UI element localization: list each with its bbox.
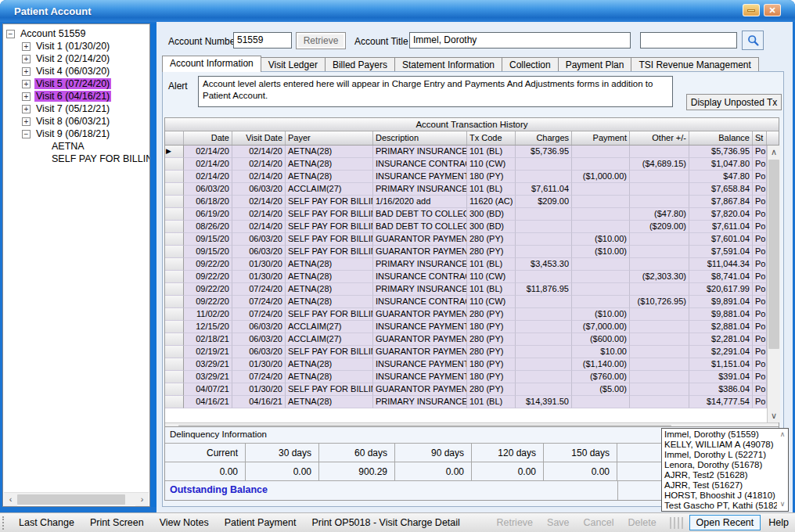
table-vertical-scrollbar[interactable]: ∧ ∨	[767, 146, 780, 422]
help-button[interactable]: Help	[765, 517, 795, 528]
column-header-Payer[interactable]: Payer	[286, 131, 373, 145]
close-button[interactable]: ✕	[764, 4, 781, 16]
open-recent-button[interactable]: Open Recent	[689, 515, 761, 530]
display-unposted-tx-button[interactable]: Display Unposted Tx	[686, 94, 782, 110]
scroll-down-icon[interactable]: ∨	[768, 409, 780, 422]
toolbar-item-print-screen[interactable]: Print Screen	[82, 517, 152, 528]
table-row[interactable]: 09/22/2001/30/20AETNA(28)PRIMARY INSURAN…	[165, 258, 767, 271]
tree-item-account-51559[interactable]: −Account 51559	[6, 27, 149, 40]
tree-item-self-pay-for-billing[interactable]: SELF PAY FOR BILLING	[6, 153, 149, 165]
retrieve-button[interactable]: Retrieve	[296, 32, 346, 49]
table-row[interactable]: 08/26/2002/14/20SELF PAY FOR BILLING(BAD…	[165, 221, 767, 233]
search-icon	[746, 34, 760, 47]
table-row[interactable]: 09/15/2006/03/20SELF PAY FOR BILLING(GUA…	[165, 233, 767, 246]
table-row[interactable]: 03/29/2101/30/20AETNA(28)INSURANCE PAYME…	[165, 358, 767, 371]
toolbar-item-view-notes[interactable]: View Notes	[152, 517, 217, 528]
column-header-Payment[interactable]: Payment	[572, 131, 630, 145]
account-number-input[interactable]: 51559	[233, 32, 292, 49]
scroll-up-icon[interactable]: ∧	[768, 146, 780, 159]
column-header-selector[interactable]	[165, 131, 184, 145]
tree-item-visit-7-05-12-21-[interactable]: +Visit 7 (05/12/21)	[6, 102, 149, 115]
expand-icon[interactable]: +	[22, 117, 31, 126]
tree-item-aetna[interactable]: AETNA	[6, 140, 149, 153]
recent-account-item[interactable]: HORST, Bhooshit J (41810)	[664, 491, 777, 501]
expand-icon[interactable]: +	[22, 92, 31, 101]
outstanding-balance-link[interactable]: Outstanding Balance	[165, 481, 617, 500]
alert-textarea[interactable]: Account level alerts entered here will a…	[198, 76, 673, 107]
tree-item-visit-4-06-03-20-[interactable]: +Visit 4 (06/03/20)	[6, 65, 149, 77]
table-vscroll-thumb[interactable]	[768, 160, 779, 349]
expand-icon[interactable]: +	[22, 67, 31, 76]
column-header-Balance[interactable]: Balance	[689, 131, 753, 145]
table-row[interactable]: 03/29/2107/24/20AETNA(28)INSURANCE PAYME…	[165, 371, 767, 383]
table-row[interactable]: 04/07/2101/30/20SELF PAY FOR BILLING(GUA…	[165, 383, 767, 396]
scroll-left-icon[interactable]: ‹	[4, 493, 17, 506]
recent-account-item[interactable]: Immel, Dorothy L (52271)	[664, 450, 777, 460]
table-cell: SELF PAY FOR BILLING(	[286, 196, 373, 208]
table-row[interactable]: 09/22/2001/30/20AETNA(28)INSURANCE CONTR…	[165, 271, 767, 283]
table-row[interactable]: 02/14/2002/14/20AETNA(28)INSURANCE PAYME…	[165, 171, 767, 183]
table-cell: $7,820.04	[689, 208, 753, 221]
tree-item-visit-6-04-16-21-[interactable]: +Visit 6 (04/16/21)	[6, 90, 149, 102]
toolbar-item-patient-payment[interactable]: Patient Payment	[217, 517, 304, 528]
column-header-Description[interactable]: Description	[373, 131, 467, 145]
tab-tsi-revenue-management[interactable]: TSI Revenue Management	[631, 57, 758, 72]
recent-account-item[interactable]: Immel, Dorothy (51559)	[664, 430, 777, 440]
collapse-icon[interactable]: −	[22, 130, 31, 138]
table-row[interactable]: 11/02/2007/24/20SELF PAY FOR BILLING(GUA…	[165, 308, 767, 321]
account-title-input[interactable]: Immel, Dorothy	[409, 32, 631, 49]
table-row[interactable]: 04/16/2104/16/21AETNA(28)PRIMARY INSURAN…	[165, 396, 767, 408]
column-header-Tx Code[interactable]: Tx Code	[467, 131, 516, 145]
column-header-St[interactable]: St	[753, 131, 767, 145]
table-row[interactable]: 09/22/2007/24/20AETNA(28)INSURANCE CONTR…	[165, 296, 767, 308]
column-header-Charges[interactable]: Charges	[516, 131, 572, 145]
tree-item-visit-8-06-03-21-[interactable]: +Visit 8 (06/03/21)	[6, 115, 149, 128]
tab-payment-plan[interactable]: Payment Plan	[558, 57, 632, 72]
table-cell: Po	[753, 246, 767, 258]
scroll-up-icon[interactable]: ∧	[777, 430, 788, 440]
table-row[interactable]: 06/18/2002/14/20SELF PAY FOR BILLING(1/1…	[165, 196, 767, 208]
tree-item-visit-9-06-18-21-[interactable]: −Visit 9 (06/18/21)	[6, 128, 149, 140]
scroll-down-icon[interactable]: ∨	[777, 500, 788, 509]
tree-item-visit-5-07-24-20-[interactable]: +Visit 5 (07/24/20)	[6, 77, 149, 90]
tree-horizontal-scrollbar[interactable]: ‹ ›	[4, 492, 149, 505]
minimize-button[interactable]	[743, 4, 760, 16]
recent-account-item[interactable]: Test Gascho PT, Kathi (5182	[664, 501, 777, 511]
toolbar-item-print-op5018-visit-charge-detail[interactable]: Print OP5018 - Visit Charge Detail	[304, 517, 467, 528]
tree-item-visit-2-02-14-20-[interactable]: +Visit 2 (02/14/20)	[6, 52, 149, 65]
tab-account-information[interactable]: Account Information	[162, 56, 261, 72]
table-row[interactable]: 12/15/2006/03/20ACCLAIM(27)INSURANCE PAY…	[165, 321, 767, 333]
table-row[interactable]: 02/19/2106/03/20SELF PAY FOR BILLING(GUA…	[165, 346, 767, 358]
column-header-Visit Date[interactable]: Visit Date	[232, 131, 286, 145]
popup-scrollbar[interactable]: ∧ ∨	[777, 429, 788, 511]
tab-billed-payers[interactable]: Billed Payers	[325, 57, 395, 72]
account-search-input[interactable]	[640, 32, 737, 49]
table-row[interactable]: ▶02/14/2002/14/20AETNA(28)PRIMARY INSURA…	[165, 146, 767, 158]
panel-splitter[interactable]	[150, 23, 156, 507]
recent-account-item[interactable]: KELLY, WILLIAM A (49078)	[664, 440, 777, 450]
tab-collection[interactable]: Collection	[502, 57, 559, 72]
recent-account-item[interactable]: AJRR, Test2 (51628)	[664, 470, 777, 480]
scroll-right-icon[interactable]: ›	[135, 493, 149, 506]
table-row[interactable]: 09/15/2006/03/20SELF PAY FOR BILLING(GUA…	[165, 246, 767, 258]
search-button[interactable]	[742, 31, 764, 50]
expand-icon[interactable]: +	[22, 105, 31, 113]
expand-icon[interactable]: +	[22, 80, 31, 88]
recent-account-item[interactable]: Lenora, Dorothy (51678)	[664, 460, 777, 470]
toolbar-item-last-change[interactable]: Last Change	[11, 517, 82, 528]
collapse-icon[interactable]: −	[6, 30, 15, 38]
column-header-Other +/-[interactable]: Other +/-	[630, 131, 689, 145]
expand-icon[interactable]: +	[22, 55, 31, 63]
table-row[interactable]: 09/22/2007/24/20AETNA(28)PRIMARY INSURAN…	[165, 283, 767, 296]
table-row[interactable]: 02/14/2002/14/20AETNA(28)INSURANCE CONTR…	[165, 158, 767, 171]
tab-statement-information[interactable]: Statement Information	[394, 57, 502, 72]
table-row[interactable]: 02/18/2106/03/20ACCLAIM(27)GUARANTOR PAY…	[165, 333, 767, 346]
tree-item-visit-1-01-30-20-[interactable]: +Visit 1 (01/30/20)	[6, 40, 149, 52]
table-row[interactable]: 06/19/2002/14/20SELF PAY FOR BILLING(BAD…	[165, 208, 767, 221]
recent-account-item[interactable]: AJRR, Test (51627)	[664, 480, 777, 491]
table-row[interactable]: 06/03/2006/03/20ACCLAIM(27)PRIMARY INSUR…	[165, 183, 767, 196]
tree-scroll-thumb[interactable]	[17, 494, 125, 505]
expand-icon[interactable]: +	[22, 42, 31, 51]
tab-visit-ledger[interactable]: Visit Ledger	[261, 57, 326, 72]
column-header-Date[interactable]: Date	[184, 131, 232, 145]
